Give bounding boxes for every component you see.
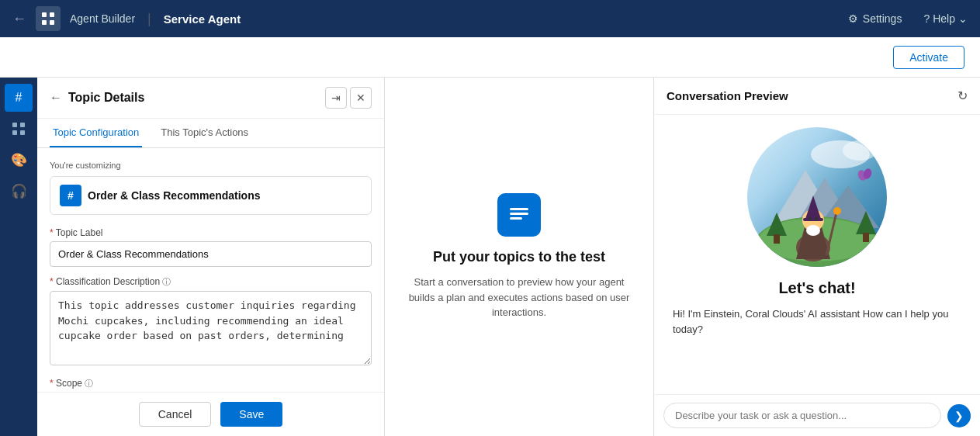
svg-rect-6: [12, 130, 17, 135]
sidebar-icon-hash[interactable]: #: [5, 84, 33, 112]
svg-rect-21: [863, 233, 869, 242]
svg-rect-4: [12, 123, 17, 127]
conversation-chat-message: Hi! I'm Einstein, Coral Clouds' AI assis…: [667, 306, 968, 337]
panel-back-arrow[interactable]: ←: [50, 91, 62, 105]
svg-rect-3: [50, 20, 54, 25]
topic-panel: ← Topic Details ⇥ ✕ Topic Configuration …: [37, 78, 385, 436]
topic-badge-name: Order & Class Recommendations: [88, 189, 261, 202]
help-icon: ?: [923, 12, 930, 25]
classification-textarea[interactable]: This topic addresses customer inquiries …: [50, 291, 372, 365]
help-label: Help: [933, 12, 955, 25]
tab-topic-configuration[interactable]: Topic Configuration: [50, 119, 142, 147]
sidebar-icon-palette[interactable]: 🎨: [5, 146, 33, 174]
topic-label-field-label: * Topic Label: [50, 227, 372, 238]
close-icon: ✕: [356, 92, 365, 104]
sidebar-icon-headset[interactable]: 🎧: [5, 177, 33, 205]
conversation-input-area: ❯: [654, 394, 980, 436]
svg-rect-5: [20, 123, 25, 127]
classification-field-label: * Classification Description ⓘ: [50, 276, 372, 288]
svg-point-12: [843, 140, 877, 161]
conversation-input[interactable]: [663, 403, 941, 428]
app-icon: [36, 6, 61, 31]
panel-header-actions: ⇥ ✕: [325, 87, 372, 109]
svg-rect-2: [42, 20, 47, 25]
conversation-body: Let's chat! Hi! I'm Einstein, Coral Clou…: [654, 115, 980, 394]
illustration-circle: [747, 127, 887, 267]
conversation-chat-title: Let's chat!: [778, 279, 855, 297]
help-chevron-icon: ⌄: [958, 12, 968, 25]
panel-body: You're customizing # Order & Class Recom…: [37, 148, 384, 392]
nav-back-icon[interactable]: ←: [12, 11, 26, 27]
send-icon: ❯: [954, 410, 964, 422]
service-agent-label: Service Agent: [164, 12, 241, 26]
topic-label-input[interactable]: [50, 241, 372, 267]
nav-separator: |: [147, 11, 151, 27]
headset-icon: 🎧: [11, 183, 27, 199]
svg-point-30: [809, 217, 812, 220]
panel-header: ← Topic Details ⇥ ✕: [37, 78, 384, 119]
cancel-button[interactable]: Cancel: [139, 402, 212, 427]
agent-builder-label: Agent Builder: [70, 12, 135, 25]
sidebar-icon-grid[interactable]: [5, 115, 33, 143]
svg-rect-7: [20, 130, 25, 135]
svg-rect-29: [803, 218, 823, 221]
center-panel: Put your topics to the test Start a conv…: [385, 78, 654, 436]
svg-rect-9: [510, 213, 528, 215]
svg-rect-20: [774, 234, 780, 244]
settings-label: Settings: [863, 12, 902, 25]
scope-field-label: * Scope ⓘ: [50, 378, 372, 389]
center-topic-icon: [497, 193, 541, 237]
hash-icon: #: [16, 91, 23, 105]
customizing-label: You're customizing: [50, 161, 372, 170]
topic-badge: # Order & Class Recommendations: [50, 176, 372, 215]
svg-rect-10: [510, 217, 522, 220]
refresh-icon[interactable]: ↻: [957, 88, 968, 103]
conversation-title: Conversation Preview: [667, 89, 788, 102]
settings-button[interactable]: ⚙ Settings: [848, 12, 902, 25]
classification-info-icon[interactable]: ⓘ: [162, 277, 171, 286]
scope-required: *: [50, 378, 56, 389]
tabs: Topic Configuration This Topic's Actions: [37, 119, 384, 148]
help-button[interactable]: ? Help ⌄: [923, 12, 968, 25]
svg-rect-8: [510, 208, 528, 210]
panel-close-button[interactable]: ✕: [350, 87, 372, 109]
conversation-panel: Conversation Preview ↻: [654, 78, 980, 436]
svg-point-31: [815, 217, 818, 220]
expand-icon: ⇥: [331, 92, 341, 104]
topic-badge-icon: #: [60, 185, 81, 206]
panel-expand-button[interactable]: ⇥: [325, 87, 347, 109]
panel-footer: Cancel Save: [37, 392, 384, 436]
conversation-send-button[interactable]: ❯: [947, 404, 971, 427]
topic-hash-icon: #: [68, 189, 74, 202]
svg-point-33: [833, 207, 841, 215]
save-button[interactable]: Save: [220, 402, 282, 427]
tab-topic-actions[interactable]: This Topic's Actions: [158, 119, 251, 147]
main-layout: # 🎨 🎧 ← Topic Details ⇥: [0, 78, 980, 436]
classification-required: *: [50, 276, 56, 287]
sidebar-icons: # 🎨 🎧: [0, 78, 37, 436]
topic-label-required: *: [50, 227, 56, 238]
svg-rect-0: [42, 12, 47, 17]
palette-icon: 🎨: [11, 152, 27, 168]
svg-point-27: [806, 225, 820, 236]
center-title: Put your topics to the test: [433, 249, 605, 265]
top-nav: ← Agent Builder | Service Agent ⚙ Settin…: [0, 0, 980, 37]
conversation-header: Conversation Preview ↻: [654, 78, 980, 115]
svg-rect-1: [50, 12, 54, 17]
activate-button[interactable]: Activate: [893, 46, 964, 69]
center-description: Start a conversation to preview how your…: [403, 275, 635, 320]
panel-title: Topic Details: [68, 91, 319, 105]
scope-info-icon[interactable]: ⓘ: [85, 379, 93, 388]
activate-bar: Activate: [0, 37, 980, 78]
settings-icon: ⚙: [848, 12, 858, 25]
